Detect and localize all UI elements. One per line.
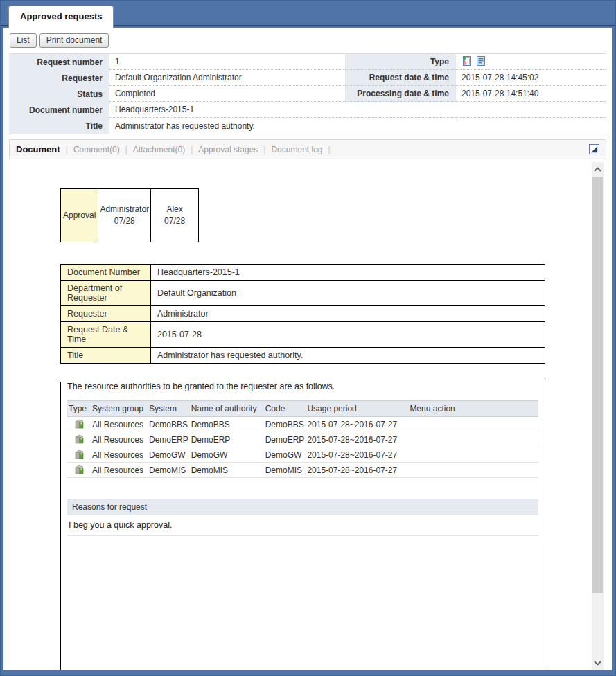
field-label: Document Number	[61, 265, 151, 281]
resource-period-cell: 2015-07-28~2016-07-27	[306, 463, 408, 478]
field-value: 2015-07-28	[151, 322, 545, 348]
resource-authorities-table: Type System group System Name of authori…	[67, 400, 538, 478]
request-datetime-value: 2015-07-28 14:45:02	[456, 70, 606, 86]
resource-code-cell: DemoGW	[264, 447, 306, 463]
field-value: Headquarters-2015-1	[151, 265, 545, 281]
requester-value: Default Organization Administrator	[109, 70, 345, 86]
field-label: Request Date & Time	[61, 322, 151, 348]
col-system: System	[148, 401, 190, 417]
tab-comment[interactable]: Comment(0)	[73, 145, 133, 154]
title-value: Administrator has requested authority.	[109, 118, 345, 134]
resource-code-cell: DemoERP	[264, 432, 306, 447]
vertical-scrollbar[interactable]	[592, 162, 604, 670]
field-label: Title	[61, 348, 151, 364]
field-value: Administrator	[151, 306, 545, 322]
status-label: Status	[9, 86, 109, 102]
field-label: Requester	[61, 306, 151, 322]
tab-approval-stages[interactable]: Approval stages	[198, 145, 271, 154]
resource-name-cell: DemoMIS	[190, 463, 264, 478]
approval-stamp-label: Approval	[61, 189, 98, 242]
resource-name-cell: DemoGW	[190, 447, 264, 463]
resource-code-cell: DemoMIS	[264, 463, 306, 478]
resource-group-cell: All Resources	[91, 432, 148, 447]
field-value: Administrator has requested authority.	[151, 348, 545, 364]
request-datetime-label: Request date & time	[345, 70, 456, 86]
resource-period-cell: 2015-07-28~2016-07-27	[306, 447, 408, 463]
document-canvas: Approval Administrator 07/28 Alex 07/28	[60, 188, 547, 670]
table-row: All Resources DemoERP DemoERP DemoERP 20…	[67, 432, 538, 447]
document-viewport: Approval Administrator 07/28 Alex 07/28	[3, 162, 612, 670]
resource-icon	[74, 450, 85, 460]
reasons-section: Reasons for request I beg you a quick ap…	[67, 499, 538, 536]
toolbar: List Print document	[10, 33, 612, 48]
table-row: Request Date & Time 2015-07-28	[61, 322, 545, 348]
resource-name-cell: DemoBBS	[190, 417, 264, 432]
resource-menu-cell	[408, 463, 538, 478]
resource-system-cell: DemoGW	[148, 447, 190, 463]
resource-group-cell: All Resources	[91, 447, 148, 463]
resource-icon	[74, 419, 85, 429]
titlebar: Approved requests	[1, 1, 615, 26]
tab-document-log[interactable]: Document log	[271, 145, 335, 154]
col-type: Type	[67, 401, 91, 417]
resource-name-cell: DemoERP	[190, 432, 264, 447]
tab-approved-requests[interactable]: Approved requests	[8, 6, 114, 28]
resource-menu-cell	[408, 432, 538, 447]
resource-group-cell: All Resources	[91, 463, 148, 478]
type-label: Type	[345, 54, 456, 70]
table-header-row: Type System group System Name of authori…	[67, 401, 538, 417]
resource-icon	[74, 434, 85, 445]
table-row: All Resources DemoMIS DemoMIS DemoMIS 20…	[67, 463, 538, 478]
document-body: The resource authorities to be granted t…	[60, 382, 545, 670]
processing-datetime-value: 2015-07-28 14:51:40	[456, 86, 606, 102]
resource-system-cell: DemoERP	[148, 432, 190, 447]
print-document-button[interactable]: Print document	[39, 33, 109, 48]
resource-menu-cell	[408, 417, 538, 432]
col-usage-period: Usage period	[306, 401, 408, 417]
scroll-down-icon[interactable]	[592, 656, 604, 670]
scroll-up-icon[interactable]	[592, 162, 604, 176]
scrollbar-thumb[interactable]	[592, 177, 603, 593]
table-row: Department of Requester Default Organiza…	[61, 281, 545, 306]
col-system-group: System group	[91, 401, 148, 417]
reasons-text: I beg you a quick approval.	[67, 515, 538, 536]
resource-type-cell	[67, 432, 91, 447]
resource-type-cell	[67, 417, 91, 432]
table-row: Document Number Headquarters-2015-1	[61, 265, 545, 281]
tab-document[interactable]: Document	[16, 144, 73, 154]
request-number-label: Request number	[9, 54, 109, 70]
resource-type-cell	[67, 463, 91, 478]
col-menu-action: Menu action	[408, 401, 538, 417]
resource-system-cell: DemoBBS	[148, 417, 190, 432]
signer-name: Alex	[152, 204, 197, 215]
collapse-panel-icon[interactable]	[589, 144, 599, 154]
reasons-header: Reasons for request	[67, 499, 538, 515]
signer-date: 07/28	[152, 215, 197, 227]
resource-type-icon	[461, 55, 473, 69]
processing-datetime-label: Processing date & time	[345, 86, 456, 102]
request-number-value: 1	[109, 54, 345, 70]
resource-period-cell: 2015-07-28~2016-07-27	[306, 417, 408, 432]
document-subtabs: Document Comment(0) Attachment(0) Approv…	[9, 139, 606, 159]
list-button[interactable]: List	[10, 33, 37, 48]
type-value	[456, 54, 606, 70]
table-row: All Resources DemoGW DemoGW DemoGW 2015-…	[67, 447, 538, 463]
resource-icon	[74, 465, 85, 475]
resource-code-cell: DemoBBS	[264, 417, 306, 432]
col-name-of-authority: Name of authority	[190, 401, 264, 417]
col-code: Code	[264, 401, 306, 417]
tab-attachment[interactable]: Attachment(0)	[133, 145, 199, 154]
resource-period-cell: 2015-07-28~2016-07-27	[306, 432, 408, 447]
signer-name: Administrator	[100, 204, 149, 215]
document-number-label: Document number	[9, 102, 109, 118]
approval-signer-2: Alex 07/28	[151, 189, 199, 242]
application-window: Approved requests List Print document Re…	[0, 0, 616, 676]
signer-date: 07/28	[100, 215, 149, 227]
content-area: List Print document Request number 1 Typ…	[3, 28, 612, 670]
requester-label: Requester	[9, 70, 109, 86]
resource-menu-cell	[408, 447, 538, 463]
table-row: Requester Administrator	[61, 306, 545, 322]
resource-type-cell	[67, 447, 91, 463]
approval-stamp-table: Approval Administrator 07/28 Alex 07/28	[60, 188, 199, 242]
field-value: Default Organization	[151, 281, 545, 306]
